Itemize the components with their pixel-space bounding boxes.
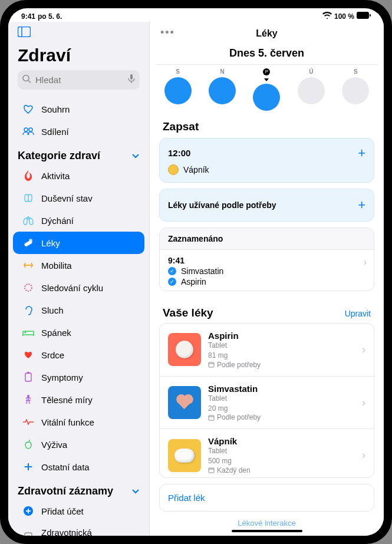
chevron-down-icon[interactable] — [131, 150, 140, 162]
svg-rect-18 — [27, 372, 29, 374]
sidebar-item-mobilita[interactable]: Mobilita — [13, 254, 144, 276]
sidebar-health-docs[interactable]: Zdravotnická dokumentace — [13, 522, 144, 536]
recorded-item: ✓Simvastatin — [168, 266, 365, 276]
sidebar-summary[interactable]: Souhrn — [13, 98, 144, 120]
svg-rect-2 — [18, 27, 31, 37]
day-column[interactable]: Ú — [296, 68, 327, 111]
check-icon: ✓ — [168, 267, 176, 275]
chevron-right-icon: › — [362, 449, 365, 461]
week-strip[interactable]: SNPÚS — [156, 68, 378, 111]
scheduled-dose-card[interactable]: 12:00 + Vápník — [159, 138, 374, 183]
interactions-peek[interactable]: Lékové interakce — [150, 517, 384, 527]
vitals-icon — [22, 416, 34, 428]
day-letter: N — [220, 68, 224, 75]
sidebar-sharing[interactable]: Sdílení — [13, 120, 144, 143]
day-circle — [342, 77, 369, 104]
flame-icon — [22, 170, 34, 182]
day-column[interactable]: P — [251, 68, 282, 111]
svg-rect-25 — [25, 533, 32, 536]
page-title: Léky — [160, 28, 373, 39]
log-header: Zapsat — [150, 111, 384, 138]
plus-icon[interactable]: + — [358, 146, 365, 161]
svg-point-9 — [29, 128, 32, 131]
med-form: Tablet — [208, 446, 355, 456]
svg-rect-13 — [23, 331, 34, 335]
med-form: Tablet — [208, 341, 355, 351]
more-icon[interactable]: ••• — [160, 27, 175, 38]
day-letter: S — [176, 68, 180, 75]
day-circle — [298, 77, 325, 104]
add-med-label: Přidat lék — [168, 493, 205, 503]
sidebar-toggle-icon[interactable] — [18, 27, 140, 39]
med-icon — [168, 386, 201, 419]
svg-rect-33 — [209, 468, 214, 473]
sidebar-item-aktivita[interactable]: Aktivita — [13, 164, 144, 187]
brain-icon — [22, 192, 34, 204]
svg-rect-29 — [209, 362, 214, 367]
chevron-right-icon: › — [362, 397, 365, 409]
sidebar-item-label: Mobilita — [41, 261, 72, 271]
sidebar-sharing-label: Sdílení — [41, 127, 69, 137]
chevron-right-icon: › — [364, 257, 367, 268]
plus-circle-icon — [22, 505, 34, 517]
plus-icon[interactable]: + — [358, 197, 365, 213]
apple-icon — [22, 439, 34, 450]
sidebar-item-vitální-funkce[interactable]: Vitální funkce — [13, 411, 144, 433]
sidebar-item-label: Dýchání — [41, 216, 74, 226]
sidebar-item-sluch[interactable]: Sluch — [13, 299, 144, 321]
day-letter: Ú — [309, 68, 313, 75]
sidebar-item-srdce[interactable]: Srdce — [13, 344, 144, 366]
sidebar-item-symptomy[interactable]: Symptomy — [13, 366, 144, 388]
svg-point-11 — [29, 239, 32, 242]
sidebar-item-spánek[interactable]: Spánek — [13, 321, 144, 344]
records-header: Zdravotní záznamy — [18, 485, 113, 497]
mic-icon[interactable] — [128, 74, 135, 86]
health-docs-label: Zdravotnická dokumentace — [41, 527, 135, 536]
lungs-icon — [22, 215, 34, 226]
medication-row[interactable]: Vápník Tablet 500 mg Každý den › — [160, 429, 374, 478]
as-needed-label: Léky užívané podle potřeby — [168, 200, 276, 210]
svg-point-8 — [24, 128, 28, 131]
search-input[interactable] — [18, 70, 140, 90]
day-circle — [253, 84, 280, 111]
battery-pct: 100 % — [334, 12, 354, 21]
med-name: Vápník — [208, 436, 355, 446]
sidebar-item-výživa[interactable]: Výživa — [13, 433, 144, 456]
add-account-label: Přidat účet — [41, 506, 84, 516]
med-dose: 500 mg — [208, 456, 355, 466]
sidebar-item-label: Tělesné míry — [41, 395, 93, 405]
medication-row[interactable]: Simvastatin Tablet 20 mg Podle potřeby › — [160, 377, 374, 430]
recorded-header: Zaznamenáno — [160, 228, 374, 250]
medication-list: Aspirin Tablet 81 mg Podle potřeby › Sim… — [159, 323, 374, 478]
sidebar-item-duševní-stav[interactable]: Duševní stav — [13, 187, 144, 209]
arrows-icon — [22, 259, 34, 271]
medication-row[interactable]: Aspirin Tablet 81 mg Podle potřeby › — [160, 324, 374, 377]
sidebar: Zdraví Souhrn — [8, 22, 150, 536]
med-icon — [168, 333, 201, 366]
heart-icon — [22, 349, 34, 361]
day-letter: S — [354, 68, 358, 75]
sidebar-add-account[interactable]: Přidat účet — [13, 500, 144, 522]
sidebar-item-ostatní-data[interactable]: Ostatní data — [13, 456, 144, 478]
day-column[interactable]: N — [207, 68, 238, 111]
svg-point-16 — [25, 332, 27, 334]
today-marker: P — [263, 68, 270, 75]
chevron-right-icon: › — [362, 344, 365, 356]
recorded-card[interactable]: Zaznamenáno › 9:41 ✓Simvastatin✓Aspirin — [159, 228, 374, 291]
date-label: Dnes 5. červen — [160, 47, 373, 60]
chevron-down-icon[interactable] — [131, 485, 140, 497]
day-column[interactable]: S — [340, 68, 371, 111]
sidebar-item-sledování-cyklu[interactable]: Sledování cyklu — [13, 276, 144, 299]
day-column[interactable]: S — [163, 68, 193, 111]
sidebar-item-dýchání[interactable]: Dýchání — [13, 209, 144, 232]
figure-icon — [22, 394, 34, 405]
sidebar-item-label: Výživa — [41, 440, 67, 450]
add-medication-button[interactable]: Přidat lék — [159, 484, 374, 512]
sidebar-item-tělesné-míry[interactable]: Tělesné míry — [13, 388, 144, 411]
sidebar-item-léky[interactable]: Léky — [13, 232, 144, 254]
sidebar-item-label: Duševní stav — [41, 193, 93, 203]
edit-button[interactable]: Upravit — [345, 309, 371, 318]
dose-med-name: Vápník — [183, 165, 209, 174]
as-needed-card[interactable]: Léky užívané podle potřeby + — [159, 189, 374, 222]
recorded-item-name: Simvastatin — [181, 266, 223, 276]
